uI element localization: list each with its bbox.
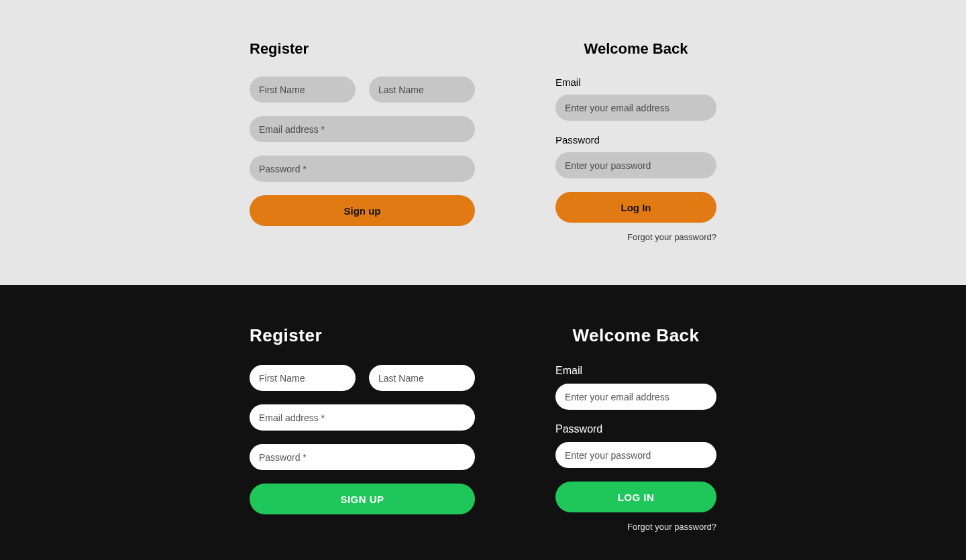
forgot-password-link[interactable]: Forgot your password? [555, 232, 716, 242]
register-email-input[interactable] [250, 404, 475, 431]
register-title: Register [250, 40, 475, 58]
login-form-dark: Welcome Back Email Password LOG IN Forgo… [555, 325, 716, 532]
register-title: Register [250, 325, 475, 346]
login-password-label: Password [555, 134, 716, 146]
last-name-input[interactable] [369, 365, 475, 391]
section-light: Register Sign up Welcome Back Email Pass… [0, 0, 966, 285]
signup-button[interactable]: SIGN UP [250, 484, 475, 514]
last-name-input[interactable] [369, 76, 475, 103]
login-email-label: Email [555, 76, 716, 88]
register-form-light: Register Sign up [250, 40, 475, 242]
register-email-input[interactable] [250, 116, 475, 142]
login-button[interactable]: LOG IN [555, 482, 716, 512]
login-title: Welcome Back [555, 40, 716, 58]
register-form-dark: Register SIGN UP [250, 325, 475, 532]
forgot-password-link[interactable]: Forgot your password? [555, 522, 716, 532]
login-button[interactable]: Log In [555, 192, 716, 223]
login-password-input[interactable] [555, 442, 716, 468]
section-dark: Register SIGN UP Welcome Back Email Pass… [0, 285, 966, 560]
register-password-input[interactable] [250, 444, 475, 470]
login-email-input[interactable] [555, 384, 716, 410]
register-password-input[interactable] [250, 156, 475, 182]
login-form-light: Welcome Back Email Password Log In Forgo… [555, 40, 716, 242]
first-name-input[interactable] [250, 365, 356, 391]
login-title: Welcome Back [555, 325, 716, 346]
login-password-label: Password [555, 423, 716, 435]
login-password-input[interactable] [555, 152, 716, 178]
login-email-input[interactable] [555, 95, 716, 121]
signup-button[interactable]: Sign up [250, 195, 475, 226]
login-email-label: Email [555, 365, 716, 377]
first-name-input[interactable] [250, 76, 356, 103]
